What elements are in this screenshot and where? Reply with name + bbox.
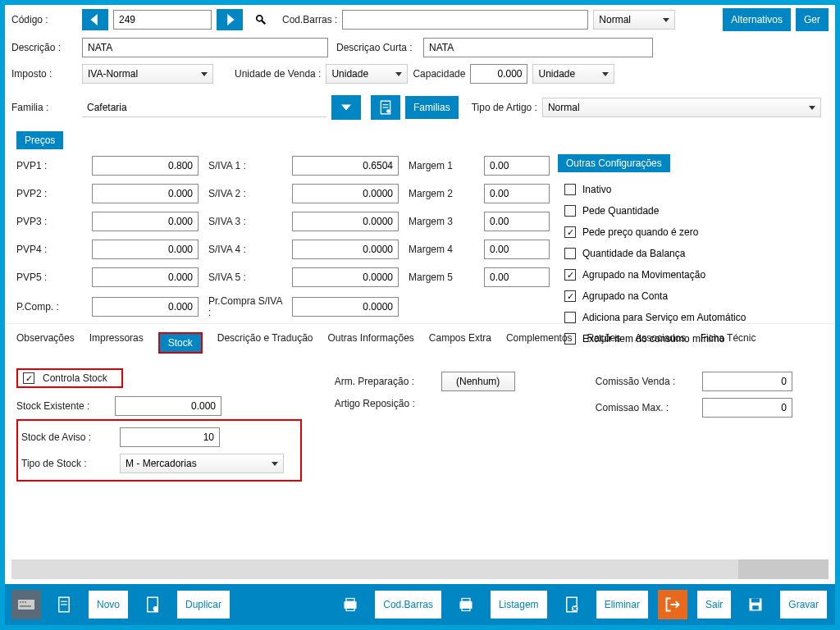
comissao-venda-input[interactable] — [702, 372, 792, 391]
tipo-stock-select[interactable]: M - Mercadorias — [120, 454, 284, 473]
siva1-input[interactable] — [292, 156, 399, 176]
keyboard-icon[interactable] — [11, 590, 41, 619]
config-label-0: Inativo — [582, 184, 611, 195]
tab-outras-informa-es[interactable]: Outras Informações — [327, 332, 413, 354]
codbarras-input[interactable] — [342, 10, 588, 30]
novo-icon[interactable] — [49, 590, 79, 619]
pvp1-label: PVP1 : — [16, 160, 82, 171]
svg-rect-10 — [20, 605, 31, 607]
document-icon[interactable] — [371, 95, 400, 120]
tab-stock[interactable]: Stock — [158, 332, 203, 354]
config-label-5: Agrupado na Conta — [582, 290, 668, 302]
capacidade-unit-select[interactable]: Unidade — [532, 64, 614, 84]
config-checkbox-6[interactable] — [564, 312, 576, 323]
sair-button[interactable]: Sair — [696, 589, 733, 620]
margem1-input[interactable] — [484, 156, 550, 176]
codbarras-label: Cod.Barras : — [282, 14, 337, 25]
siva3-label: S/IVA 3 : — [208, 216, 282, 227]
tab-campos-extra[interactable]: Campos Extra — [429, 332, 491, 354]
familias-button[interactable]: Familias — [405, 96, 459, 119]
config-label-2: Pede preço quando é zero — [582, 226, 698, 238]
horizontal-scrollbar[interactable] — [11, 559, 829, 579]
novo-button[interactable]: Novo — [87, 589, 130, 620]
pvp4-input[interactable] — [92, 240, 199, 259]
codtype-select[interactable]: Normal — [593, 10, 675, 30]
prcompra-label: Pr.Compra S/IVA : — [208, 295, 282, 318]
alternativos-button[interactable]: Alternativos — [723, 8, 791, 31]
controla-stock-checkbox[interactable] — [23, 372, 34, 384]
pvp5-label: PVP5 : — [16, 272, 82, 283]
config-checkbox-5[interactable] — [564, 290, 576, 302]
siva4-label: S/IVA 4 : — [208, 244, 282, 255]
siva5-input[interactable] — [292, 267, 399, 287]
siva4-input[interactable] — [292, 240, 399, 259]
duplicar-button[interactable]: Duplicar — [176, 589, 231, 620]
unidade-venda-label: Unidade de Venda : — [235, 68, 321, 80]
tab-impressoras[interactable]: Impressoras — [89, 332, 144, 354]
siva3-input[interactable] — [292, 212, 399, 231]
codigo-label: Código : — [11, 14, 77, 25]
pcomp-input[interactable] — [92, 297, 199, 317]
next-button[interactable] — [217, 9, 243, 30]
prcompra-input[interactable] — [292, 297, 399, 317]
unidade-venda-select[interactable]: Unidade — [326, 64, 408, 84]
margem5-input[interactable] — [484, 267, 550, 287]
pcomp-label: P.Comp. : — [16, 301, 82, 313]
config-checkbox-2[interactable] — [564, 226, 576, 238]
codigo-input[interactable] — [113, 10, 212, 30]
comissao-max-input[interactable] — [702, 398, 792, 418]
print-codbarras-icon[interactable] — [336, 590, 365, 619]
ger-button[interactable]: Ger — [796, 8, 829, 31]
gravar-button[interactable]: Gravar — [778, 589, 829, 620]
config-checkbox-4[interactable] — [564, 269, 576, 281]
margem3-input[interactable] — [484, 212, 550, 231]
config-checkbox-0[interactable] — [564, 184, 576, 195]
arm-prep-label: Arm. Preparação : — [335, 376, 433, 387]
pvp4-label: PVP4 : — [16, 244, 82, 255]
svg-point-5 — [386, 109, 390, 113]
tipo-artigo-select[interactable]: Normal — [542, 98, 821, 117]
descricao-label: Descrição : — [11, 42, 77, 53]
familia-label: Familia : — [11, 102, 77, 113]
stock-existente-input[interactable] — [115, 396, 221, 416]
familia-dropdown-button[interactable] — [331, 95, 361, 120]
prev-button[interactable] — [82, 9, 108, 30]
tipo-stock-label: Tipo de Stock : — [21, 458, 112, 469]
familia-input[interactable] — [82, 98, 326, 117]
margem2-input[interactable] — [484, 184, 550, 203]
tab-descri-o-e-tradu-o[interactable]: Descrição e Tradução — [217, 332, 313, 354]
arm-prep-button[interactable]: (Nenhum) — [441, 372, 515, 391]
stock-existente-label: Stock Existente : — [16, 400, 107, 412]
duplicar-icon[interactable] — [138, 590, 167, 619]
print-listagem-icon[interactable] — [451, 590, 481, 619]
search-icon[interactable] — [248, 9, 274, 30]
descricao-input[interactable] — [82, 38, 328, 57]
artigo-reposicao-label: Artigo Reposição : — [335, 398, 433, 409]
margem4-input[interactable] — [484, 240, 550, 259]
descricao-curta-input[interactable] — [423, 38, 653, 57]
capacidade-input[interactable] — [470, 64, 527, 84]
config-checkbox-1[interactable] — [564, 205, 576, 217]
config-label-7: Excluir item do consumo mínimo — [582, 333, 724, 345]
pvp5-input[interactable] — [92, 267, 199, 287]
pvp3-input[interactable] — [92, 212, 199, 231]
imposto-select[interactable]: IVA-Normal — [82, 64, 213, 84]
sair-icon[interactable] — [658, 590, 687, 619]
svg-rect-9 — [25, 601, 26, 603]
gravar-icon[interactable] — [741, 590, 770, 619]
svg-rect-28 — [753, 605, 760, 609]
listagem-button[interactable]: Listagem — [489, 589, 549, 620]
stock-aviso-input[interactable] — [120, 427, 220, 447]
config-checkbox-3[interactable] — [564, 248, 576, 259]
siva2-input[interactable] — [292, 184, 399, 203]
codbarras-button[interactable]: Cod.Barras — [373, 589, 443, 620]
config-checkbox-7[interactable] — [564, 333, 576, 345]
capacidade-label: Capacidade — [413, 68, 465, 80]
tab-observa-es[interactable]: Observações — [16, 332, 75, 354]
pvp2-label: PVP2 : — [16, 188, 82, 199]
eliminar-icon[interactable] — [557, 590, 587, 619]
eliminar-button[interactable]: Eliminar — [595, 589, 650, 620]
pvp1-input[interactable] — [92, 156, 199, 176]
margem1-label: Margem 1 — [409, 160, 474, 171]
pvp2-input[interactable] — [92, 184, 199, 203]
